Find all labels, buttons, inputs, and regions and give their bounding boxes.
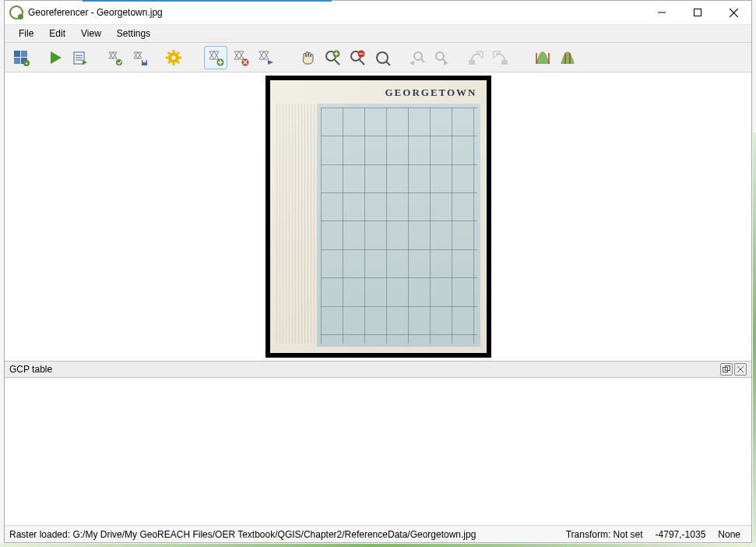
svg-line-29 [168, 52, 170, 54]
window-accent [83, 0, 332, 2]
svg-marker-39 [234, 51, 244, 59]
minimize-button[interactable] [644, 1, 680, 24]
link-georeferencer-icon [467, 49, 484, 66]
save-gcp-points-icon [131, 49, 148, 66]
zoom-out-icon [349, 49, 366, 66]
svg-rect-22 [143, 60, 146, 62]
zoom-in-icon [324, 49, 341, 66]
svg-rect-63 [469, 60, 475, 65]
svg-rect-4 [14, 51, 20, 57]
close-button[interactable] [716, 1, 751, 24]
start-georeferencing-icon [47, 49, 64, 66]
svg-point-55 [377, 52, 388, 63]
save-gcp-button[interactable] [128, 46, 151, 69]
background-map-sliver-bottom [0, 544, 756, 547]
close-icon [730, 9, 738, 17]
map-title-label: GEORGETOWN [385, 86, 476, 99]
status-coords: -4797,-1035 [649, 529, 712, 540]
svg-marker-44 [259, 51, 269, 59]
undock-icon [723, 365, 730, 373]
link-qgis-icon [492, 49, 509, 66]
gcp-panel-undock-button[interactable] [720, 363, 733, 376]
load-gcp-points-icon [106, 49, 123, 66]
transformation-settings-button[interactable] [162, 46, 185, 69]
zoom-out-button[interactable] [346, 46, 369, 69]
add-point-button[interactable] [204, 46, 227, 69]
panel-close-icon [737, 365, 744, 373]
zoom-next-icon [433, 49, 450, 66]
svg-marker-34 [209, 51, 219, 59]
svg-marker-20 [134, 52, 142, 58]
svg-rect-65 [501, 60, 508, 65]
statusbar: Raster loaded: G:/My Drive/My GeoREACH F… [5, 525, 751, 542]
status-message: Raster loaded: G:/My Drive/My GeoREACH F… [9, 529, 476, 540]
zoom-last-icon [408, 49, 425, 66]
map-canvas[interactable]: GEORGETOWN [5, 72, 751, 361]
transformation-settings-icon [165, 49, 182, 66]
svg-marker-43 [259, 51, 269, 59]
gcp-panel-close-button[interactable] [734, 363, 747, 376]
generate-script-button[interactable] [69, 46, 92, 69]
svg-marker-16 [109, 52, 117, 58]
menu-view[interactable]: View [73, 26, 109, 41]
move-point-button[interactable] [254, 46, 277, 69]
gcp-panel-header: GCP table [5, 361, 751, 378]
delete-point-icon [232, 49, 249, 66]
qgis-icon [9, 5, 23, 19]
svg-marker-64 [476, 51, 483, 58]
georeferencer-window: Georeferencer - Georgetown.jpg File Edit… [4, 0, 752, 543]
svg-point-60 [436, 52, 444, 60]
loaded-raster-image: GEORGETOWN [265, 76, 491, 358]
gcp-table-body[interactable] [5, 378, 751, 525]
svg-marker-15 [83, 60, 87, 65]
minimize-icon [658, 9, 666, 16]
menu-file[interactable]: File [11, 26, 41, 41]
maximize-button[interactable] [680, 1, 716, 24]
open-raster-button[interactable]: + [9, 46, 33, 69]
full-histogram-stretch-icon [534, 49, 551, 66]
menu-settings[interactable]: Settings [109, 26, 158, 41]
svg-rect-1 [694, 9, 701, 16]
delete-point-button[interactable] [229, 46, 252, 69]
local-histogram-button[interactable] [556, 46, 579, 69]
svg-text:+: + [25, 61, 28, 66]
menubar: File Edit View Settings [5, 24, 751, 43]
load-gcp-button[interactable] [103, 46, 126, 69]
pan-button[interactable] [296, 46, 319, 69]
generate-script-icon [72, 49, 89, 66]
svg-rect-6 [14, 58, 20, 64]
svg-marker-33 [209, 51, 219, 59]
move-point-icon [257, 49, 274, 66]
svg-line-31 [178, 52, 179, 54]
svg-rect-5 [21, 51, 27, 57]
zoom-to-layer-button[interactable] [371, 46, 394, 69]
status-rotation: None [712, 529, 747, 540]
svg-marker-17 [109, 52, 117, 58]
open-raster-icon: + [12, 49, 30, 66]
full-histogram-button[interactable] [531, 46, 554, 69]
svg-point-24 [172, 55, 176, 59]
svg-marker-66 [494, 51, 501, 58]
start-georeferencing-button[interactable] [44, 46, 67, 69]
local-histogram-stretch-icon [559, 49, 576, 66]
svg-line-58 [421, 59, 424, 62]
maximize-icon [694, 9, 701, 16]
svg-marker-45 [268, 60, 273, 65]
toolbar: + [5, 43, 751, 72]
menu-edit[interactable]: Edit [41, 26, 73, 41]
svg-line-47 [335, 60, 339, 65]
gcp-panel-title: GCP table [9, 364, 52, 375]
zoom-in-button[interactable] [321, 46, 344, 69]
status-transform: Transform: Not set [560, 529, 649, 540]
zoom-to-layer-icon [374, 49, 391, 66]
background-map-sliver-right [753, 132, 756, 545]
zoom-next-button[interactable] [430, 46, 453, 69]
zoom-last-button[interactable] [405, 46, 428, 69]
link-georeferencer-button[interactable] [464, 46, 487, 69]
svg-marker-19 [134, 52, 142, 58]
svg-marker-10 [51, 51, 62, 64]
svg-line-32 [168, 62, 170, 63]
add-point-icon [207, 49, 224, 66]
svg-line-52 [360, 60, 364, 65]
link-qgis-button[interactable] [489, 46, 512, 69]
